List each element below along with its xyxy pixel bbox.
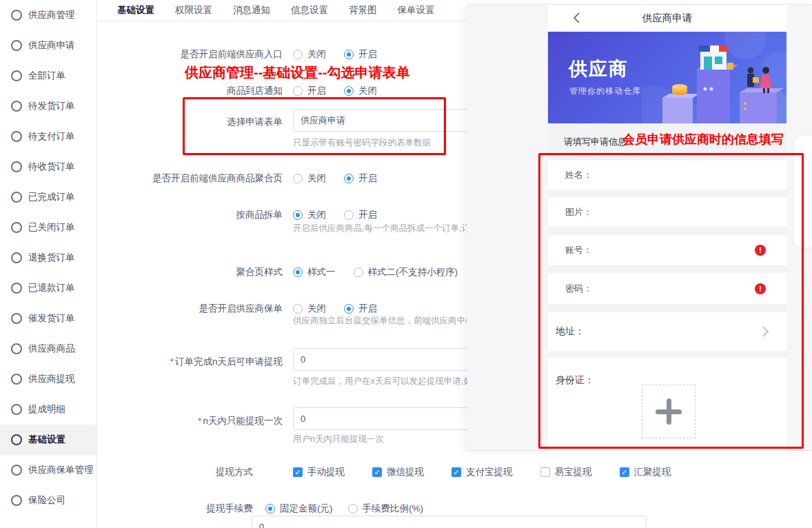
circle-icon (11, 70, 22, 81)
annotation-rectangle-main (183, 97, 446, 155)
tab-policy-settings[interactable]: 保单设置 (387, 0, 445, 21)
radio-icon[interactable] (293, 50, 303, 59)
radio-option-close[interactable]: 关闭 (293, 171, 326, 186)
radio-option-style2[interactable]: 样式二(不支持小程序) (354, 265, 458, 280)
sidebar-item-supplier-goods[interactable]: 供应商商品 (0, 334, 97, 364)
sidebar-item-insurance-company[interactable]: 保险公司 (0, 485, 97, 516)
radio-option-style1[interactable]: 样式一 (293, 265, 336, 280)
checkbox-manual-withdraw[interactable]: ✓手动提现 (293, 465, 345, 480)
checkbox-alipay-withdraw[interactable]: ✓支付宝提现 (451, 465, 513, 480)
radio-icon[interactable] (293, 86, 303, 96)
radio-icon[interactable] (344, 210, 354, 220)
radio-label: 样式二(不支持小程序) (368, 265, 458, 280)
checkbox-label: 手动提现 (307, 465, 345, 480)
circle-icon (11, 343, 22, 354)
checkbox-label: 微信提现 (387, 465, 424, 480)
checkbox-checked-icon[interactable]: ✓ (293, 467, 303, 477)
sidebar-item-label: 提成明细 (28, 403, 65, 416)
checkbox-label: 易宝提现 (555, 465, 592, 480)
circle-icon (11, 131, 22, 142)
field-label: 商品到店通知 (99, 83, 283, 99)
sidebar-item-refunded-orders[interactable]: 已退款订单 (0, 273, 97, 303)
radio-checked-icon[interactable] (344, 86, 354, 96)
circle-icon (11, 495, 22, 506)
sidebar-item-label: 已完成订单 (28, 191, 75, 203)
radio-option-close[interactable]: 关闭 (293, 47, 326, 62)
phone-section-title: 请填写申请信息 (564, 136, 627, 148)
radio-option-open[interactable]: 开启 (344, 207, 377, 223)
sidebar-item-return-exchange-orders[interactable]: 退换货订单 (0, 243, 97, 273)
sidebar-item-label: 待发货订单 (28, 100, 75, 112)
helper-text: 订单完成后，用户在x天后可以发起提现申请,如果 (293, 376, 480, 387)
circle-icon (11, 434, 22, 445)
radio-option-open[interactable]: 开启 (344, 171, 377, 186)
checkbox-huiju-withdraw[interactable]: ✓汇聚提现 (620, 465, 671, 480)
circle-icon (11, 404, 22, 415)
field-label: 提现手续费 (99, 501, 253, 516)
field-label: 是否开启供应商保单 (99, 301, 283, 316)
tab-basic-settings[interactable]: 基础设置 (107, 0, 165, 21)
sidebar-item-urge-ship-orders[interactable]: 催发货订单 (0, 303, 97, 334)
radio-icon[interactable] (354, 267, 363, 277)
radio-checked-icon[interactable] (265, 504, 275, 514)
sidebar-item-label: 基础设置 (28, 434, 65, 446)
sidebar-item-policy-management[interactable]: 供应商保单管理 (0, 455, 97, 485)
radio-option-open[interactable]: 开启 (344, 301, 377, 316)
back-chevron-icon[interactable] (571, 12, 583, 24)
banner-subtitle: 管理你的移动仓库 (569, 85, 641, 97)
radio-icon[interactable] (348, 504, 358, 514)
checkbox-checked-icon[interactable]: ✓ (451, 467, 461, 477)
circle-icon (11, 222, 22, 233)
checkbox-wechat-withdraw[interactable]: ✓微信提现 (372, 465, 424, 480)
checkbox-checked-icon[interactable]: ✓ (372, 467, 382, 477)
sidebar-item-label: 供应商商品 (28, 343, 75, 355)
sidebar-item-supplier-management[interactable]: 供应商管理 (0, 0, 97, 30)
checkbox-label: 支付宝提现 (466, 465, 513, 480)
sidebar-item-label: 保险公司 (28, 494, 65, 507)
tab-background-image[interactable]: 背景图 (338, 0, 387, 21)
radio-checked-icon[interactable] (344, 174, 354, 183)
withdraw-fee-input[interactable] (252, 516, 647, 528)
sidebar-item-pending-ship-orders[interactable]: 待发货订单 (0, 91, 97, 121)
checkbox-icon[interactable] (540, 467, 550, 477)
tab-info-settings[interactable]: 信息设置 (281, 0, 338, 21)
radio-checked-icon[interactable] (293, 210, 303, 220)
sidebar-item-supplier-withdraw[interactable]: 供应商提现 (0, 364, 97, 394)
radio-option-open[interactable]: 开启 (344, 47, 377, 62)
radio-icon[interactable] (293, 304, 303, 314)
phone-header: 供应商申请 (548, 5, 786, 32)
radio-label: 关闭 (307, 207, 326, 223)
checkbox-yeepay-withdraw[interactable]: 易宝提现 (540, 465, 592, 480)
field-label: 提现方式 (99, 465, 253, 480)
sidebar-item-pending-pay-orders[interactable]: 待支付订单 (0, 121, 97, 152)
sidebar-item-label: 供应商管理 (28, 9, 75, 21)
field-label: 是否开启前端供应商入口 (99, 47, 283, 62)
radio-label: 样式一 (307, 265, 336, 280)
sidebar-item-completed-orders[interactable]: 已完成订单 (0, 182, 97, 212)
radio-option-close[interactable]: 关闭 (344, 83, 377, 99)
radio-option-open[interactable]: 开启 (293, 83, 326, 99)
radio-checked-icon[interactable] (344, 304, 354, 314)
circle-icon (11, 192, 22, 203)
radio-icon[interactable] (293, 174, 303, 183)
radio-checked-icon[interactable] (344, 50, 354, 59)
checkbox-checked-icon[interactable]: ✓ (620, 467, 629, 477)
sidebar-item-pending-receive-orders[interactable]: 待收货订单 (0, 152, 97, 182)
tab-message-notify[interactable]: 消息通知 (223, 0, 281, 21)
radio-checked-icon[interactable] (293, 267, 303, 277)
field-label: 聚合页样式 (99, 265, 283, 280)
annotation-phone-note: 会员申请供应商时的信息填写 (622, 131, 784, 148)
radio-option-close[interactable]: 关闭 (293, 301, 326, 316)
field-label: 按商品拆单 (99, 207, 283, 223)
radio-option-close[interactable]: 关闭 (293, 207, 326, 223)
sidebar-item-basic-settings[interactable]: 基础设置 (0, 425, 97, 455)
sidebar-item-all-orders[interactable]: 全部订单 (0, 61, 97, 91)
radio-option-fee-percent[interactable]: 手续费比例(%) (348, 501, 424, 516)
sidebar-item-commission-detail[interactable]: 提成明细 (0, 394, 97, 425)
tab-permission-settings[interactable]: 权限设置 (165, 0, 223, 21)
helper-text: 用户n天内只能提现一次 (293, 434, 384, 445)
sidebar-item-closed-orders[interactable]: 已关闭订单 (0, 212, 97, 243)
banner-illustration (642, 32, 786, 123)
radio-option-fixed-amount[interactable]: 固定金额(元) (265, 501, 333, 516)
sidebar-item-supplier-apply[interactable]: 供应商申请 (0, 30, 97, 61)
